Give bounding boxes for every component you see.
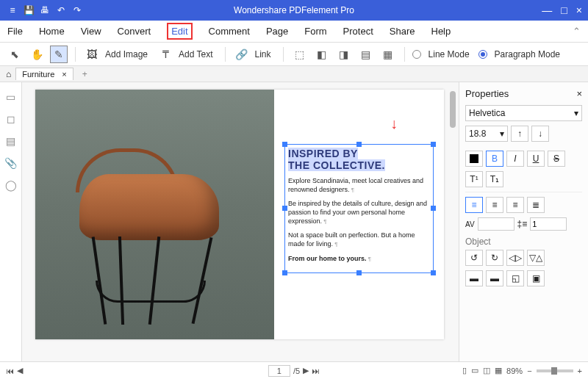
menu-protect[interactable]: Protect xyxy=(343,26,373,37)
paragraph[interactable]: Explore Scandinavia, meet local creative… xyxy=(288,177,430,194)
minimize-button[interactable]: — xyxy=(542,4,552,16)
close-button[interactable]: × xyxy=(576,4,582,16)
rotate-right-button[interactable]: ↻ xyxy=(486,250,503,266)
bookmark-icon[interactable]: ◻ xyxy=(7,113,15,125)
strike-button[interactable]: S xyxy=(548,151,565,167)
app-title: Wondershare PDFelement Pro xyxy=(234,5,354,15)
tab-furniture[interactable]: Furniture × xyxy=(15,68,73,80)
paragraph[interactable]: Not a space built on perfection. But a h… xyxy=(288,231,430,248)
zoom-slider[interactable] xyxy=(537,369,573,372)
subscript-button[interactable]: T₁ xyxy=(486,171,503,187)
menu-convert[interactable]: Convert xyxy=(118,26,151,37)
maximize-button[interactable]: □ xyxy=(561,4,567,16)
collapse-ribbon-icon[interactable]: ⌃ xyxy=(573,26,581,37)
close-panel-icon[interactable]: × xyxy=(576,88,582,99)
next-page-last-button[interactable]: ⏭ xyxy=(312,367,320,375)
redo-icon[interactable]: ↷ xyxy=(72,5,82,15)
add-image-label[interactable]: Add Image xyxy=(105,49,148,59)
view-two-page-icon[interactable]: ◫ xyxy=(483,366,490,375)
tab-label: Furniture xyxy=(22,70,54,79)
line-height-icon: ‡≡ xyxy=(517,219,528,229)
font-size-select[interactable]: 18.8▾ xyxy=(465,126,508,142)
add-text-icon[interactable]: ₸ xyxy=(157,46,174,63)
align-justify-button[interactable]: ≣ xyxy=(527,197,545,213)
thumbnail-icon[interactable]: ▭ xyxy=(6,91,15,103)
scrollbar-thumb[interactable] xyxy=(450,91,456,128)
select-tool[interactable]: ⬉ xyxy=(6,46,24,63)
increase-size-button[interactable]: ↑ xyxy=(511,126,528,142)
view-single-icon[interactable]: ▯ xyxy=(462,366,467,375)
edit-tool[interactable]: ✎ xyxy=(50,46,68,63)
align-objects-left-button[interactable]: ▬ xyxy=(465,270,483,286)
menu-home[interactable]: Home xyxy=(39,26,65,37)
line-mode-radio[interactable] xyxy=(412,49,424,59)
align-center-button[interactable]: ≡ xyxy=(486,197,503,213)
menu-page[interactable]: Page xyxy=(266,26,288,37)
background-icon[interactable]: ◨ xyxy=(335,46,353,63)
font-color-swatch[interactable] xyxy=(465,151,483,167)
next-page-button[interactable]: ▶ xyxy=(303,366,309,375)
search-panel-icon[interactable]: ◯ xyxy=(5,179,17,191)
italic-button[interactable]: I xyxy=(506,151,524,167)
add-text-label[interactable]: Add Text xyxy=(179,49,212,59)
add-image-icon[interactable]: 🖼 xyxy=(83,46,101,63)
zoom-in-button[interactable]: + xyxy=(578,367,582,375)
page-image xyxy=(35,90,274,339)
watermark-icon[interactable]: ◧ xyxy=(313,46,331,63)
paragraph[interactable]: Be inspired by the details of culture, d… xyxy=(288,200,430,225)
menu-help[interactable]: Help xyxy=(431,26,451,37)
home-tab-icon[interactable]: ⌂ xyxy=(6,69,11,79)
flip-vertical-button[interactable]: ▽△ xyxy=(527,250,545,266)
paragraph-mode-label[interactable]: Paragraph Mode xyxy=(495,49,560,59)
link-label[interactable]: Link xyxy=(255,49,271,59)
menu-edit[interactable]: Edit xyxy=(167,23,192,40)
document-tabs: ⌂ Furniture × + xyxy=(0,66,588,82)
page-number-input[interactable]: 1 xyxy=(268,365,290,377)
hand-tool[interactable]: ✋ xyxy=(28,46,46,63)
print-icon[interactable]: 🖶 xyxy=(40,5,50,15)
superscript-button[interactable]: T¹ xyxy=(465,171,483,187)
undo-icon[interactable]: ↶ xyxy=(56,5,66,15)
new-tab-button[interactable]: + xyxy=(78,69,92,79)
crop-icon[interactable]: ⬚ xyxy=(291,46,309,63)
bold-button[interactable]: B xyxy=(486,151,503,167)
rotate-left-button[interactable]: ↺ xyxy=(465,250,483,266)
header-icon[interactable]: ▤ xyxy=(357,46,375,63)
sidebar: ▭ ◻ ▤ 📎 ◯ xyxy=(0,82,22,361)
headline[interactable]: INSPIRED BYTHE COLLECTIVE. xyxy=(288,148,430,171)
font-family-select[interactable]: Helvetica▾ xyxy=(465,105,582,121)
save-icon[interactable]: 💾 xyxy=(24,5,34,15)
flip-horizontal-button[interactable]: ◁▷ xyxy=(506,250,524,266)
decrease-size-button[interactable]: ↓ xyxy=(531,126,549,142)
comment-panel-icon[interactable]: ▤ xyxy=(6,135,15,147)
tab-close-icon[interactable]: × xyxy=(62,70,66,79)
align-right-button[interactable]: ≡ xyxy=(506,197,524,213)
crop-object-button[interactable]: ◱ xyxy=(506,270,524,286)
bates-icon[interactable]: ▦ xyxy=(379,46,397,63)
line-mode-label[interactable]: Line Mode xyxy=(429,49,470,59)
prev-page-first-button[interactable]: ⏮ xyxy=(6,367,14,375)
menu-share[interactable]: Share xyxy=(390,26,415,37)
align-left-button[interactable]: ≡ xyxy=(465,197,483,213)
line-height-input[interactable] xyxy=(530,217,567,231)
prev-page-button[interactable]: ◀ xyxy=(17,366,23,375)
menu-form[interactable]: Form xyxy=(304,26,326,37)
document-canvas[interactable]: ↓ INSPIRED BYTHE COLLECTIVE. Explore Sca… xyxy=(22,82,459,361)
paragraph[interactable]: From our home to yours. ¶ xyxy=(288,255,430,264)
underline-button[interactable]: U xyxy=(527,151,545,167)
menu-comment[interactable]: Comment xyxy=(209,26,250,37)
menu-file[interactable]: File xyxy=(7,26,23,37)
menu-view[interactable]: View xyxy=(81,26,101,37)
replace-image-button[interactable]: ▣ xyxy=(527,270,545,286)
selected-text-box[interactable]: INSPIRED BYTHE COLLECTIVE. Explore Scand… xyxy=(284,144,434,273)
view-grid-icon[interactable]: ▦ xyxy=(495,366,502,375)
app-menu-icon[interactable]: ≡ xyxy=(7,5,18,15)
view-continuous-icon[interactable]: ▭ xyxy=(471,366,478,375)
zoom-value: 89% xyxy=(506,367,523,375)
paragraph-mode-radio[interactable] xyxy=(478,49,490,59)
attachment-icon[interactable]: 📎 xyxy=(4,157,17,169)
zoom-out-button[interactable]: − xyxy=(527,367,531,375)
char-spacing-input[interactable] xyxy=(478,217,514,231)
align-objects-center-button[interactable]: ▬ xyxy=(486,270,503,286)
link-icon[interactable]: 🔗 xyxy=(233,46,251,63)
